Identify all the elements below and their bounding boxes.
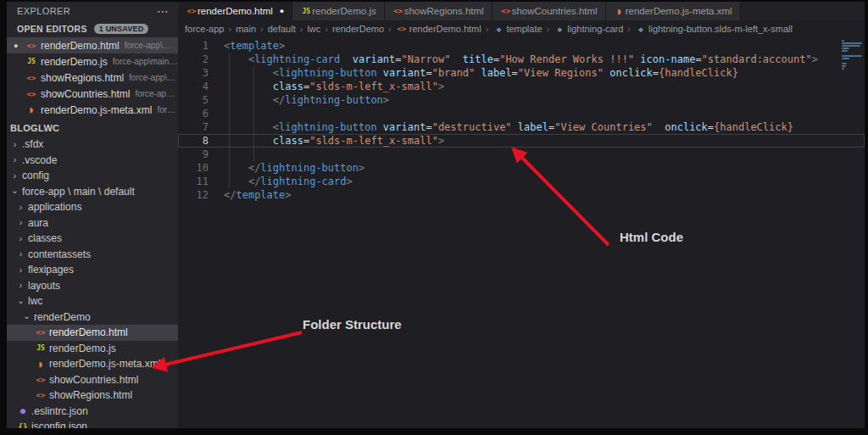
open-editor-renderDemo.html[interactable]: ●<>renderDemo.htmlforce-app\main...	[7, 37, 178, 53]
tree-item-flexipages[interactable]: ›flexipages	[7, 262, 178, 278]
code-token: "brand"	[432, 67, 476, 79]
code-editor[interactable]: 1<template>2 <lightning-card variant="Na…	[178, 37, 865, 428]
code-line-6[interactable]: 6	[178, 107, 865, 120]
open-editor-name: renderDemo.js-meta.xml	[41, 104, 152, 116]
breadcrumb-item-lightning-card[interactable]: ❖lightning-card	[554, 24, 623, 34]
minimap[interactable]	[842, 40, 862, 70]
chevron-down-icon: ⌄	[10, 186, 19, 195]
code-line-content: <lightning-card variant="Narrow" title="…	[224, 53, 818, 66]
tree-item-lwc[interactable]: ⌄lwc	[7, 293, 178, 310]
code-token: onclick	[665, 121, 708, 133]
tree-item-label: aura	[28, 217, 48, 229]
code-line-8[interactable]: 8 class="slds-m-left_x-small">	[178, 134, 865, 148]
tree-item-.sfdx[interactable]: ›.sfdx	[7, 137, 178, 153]
code-token: </	[248, 176, 260, 187]
xml-file-icon-oe: ◗	[25, 104, 37, 115]
code-line-4[interactable]: 4 class="slds-m-left_x-small">	[178, 80, 865, 93]
open-editors-header[interactable]: OPEN EDITORS 1 UNSAVED	[7, 20, 178, 37]
code-token: variant	[383, 121, 426, 133]
tab-renderDemo.html[interactable]: <>renderDemo.html●	[178, 2, 292, 20]
tree-item-renderDemo[interactable]: ⌄renderDemo	[7, 310, 178, 326]
code-line-3[interactable]: 3 <lightning-button variant="brand" labe…	[178, 66, 865, 80]
tree-item-layouts[interactable]: ›layouts	[7, 278, 178, 294]
breadcrumb-item-force-app[interactable]: force-app	[185, 24, 224, 34]
screenshot-frame: EXPLORER ⋯ OPEN EDITORS 1 UNSAVED ●<>ren…	[0, 0, 868, 435]
chevron-right-icon: ›	[10, 140, 19, 149]
tree-item-.vscode[interactable]: ›.vscode	[7, 153, 178, 169]
tree-item-renderDemo.js-meta.xml[interactable]: ◗renderDemo.js-meta.xml	[7, 356, 178, 372]
open-editor-renderDemo.js-meta.xml[interactable]: ◗renderDemo.js-meta.xmlforce-a...	[7, 102, 178, 118]
minimap-line	[842, 58, 849, 59]
tree-item-showRegions.html[interactable]: <>showRegions.html	[7, 388, 178, 404]
unsaved-dot-icon[interactable]: ●	[280, 7, 284, 15]
open-editor-showCountries.html[interactable]: <>showCountries.htmlforce-app\ma...	[7, 86, 178, 102]
line-number: 7	[178, 120, 224, 134]
tab-renderDemo.js-meta.xml[interactable]: ◗renderDemo.js-meta.xml	[606, 2, 741, 20]
tree-item-showCountries.html[interactable]: <>showCountries.html	[7, 372, 178, 388]
tree-item-contentassets[interactable]: ›contentassets	[7, 247, 178, 263]
tree-item-renderDemo.js[interactable]: JSrenderDemo.js	[7, 341, 178, 357]
more-actions-icon[interactable]: ⋯	[157, 4, 170, 18]
line-number: 8	[178, 134, 224, 148]
breadcrumb-item-template[interactable]: ❖template	[492, 24, 542, 34]
line-number: 9	[178, 148, 224, 161]
tab-label: renderDemo.js	[312, 6, 376, 16]
code-token: {handleClick}	[714, 121, 793, 133]
tree-item-renderDemo.html[interactable]: <>renderDemo.html	[7, 325, 178, 341]
open-editor-showRegions.html[interactable]: <>showRegions.htmlforce-app\mai...	[7, 70, 178, 86]
code-line-12[interactable]: 12</template>	[178, 188, 865, 202]
tab-showCountries.html[interactable]: <>showCountries.html	[492, 2, 606, 20]
workspace-root-header[interactable]: BLOGLWC	[7, 120, 178, 137]
open-editor-name: renderDemo.html	[41, 40, 120, 52]
breadcrumb-item-renderDemo[interactable]: renderDemo	[332, 24, 384, 34]
tab-showRegions.html[interactable]: <>showRegions.html	[385, 2, 492, 20]
tree-item-jsconfig.json[interactable]: {}jsconfig.json	[7, 419, 178, 428]
open-editor-name: renderDemo.js	[41, 56, 108, 68]
code-token: >	[812, 53, 818, 65]
html-file-icon-oe: <>	[25, 90, 37, 98]
xml-file-icon-tab: ◗	[614, 6, 626, 17]
code-line-2[interactable]: 2 <lightning-card variant="Narrow" title…	[178, 53, 865, 66]
tab-renderDemo.js[interactable]: JSrenderDemo.js	[292, 2, 384, 20]
code-line-7[interactable]: 7 <lightning-button variant="destructive…	[178, 120, 865, 134]
workspace-root-label: BLOGLWC	[10, 123, 59, 133]
tree-item-aura[interactable]: ›aura	[7, 215, 178, 231]
code-line-1[interactable]: 1<template>	[178, 39, 865, 53]
open-editor-name: showRegions.html	[41, 72, 124, 84]
code-token: </	[248, 162, 260, 174]
breadcrumb-item-renderDemo.html[interactable]: <>renderDemo.html	[396, 24, 481, 34]
code-token: =	[395, 53, 401, 65]
tree-item-force-app-main-default[interactable]: ⌄force-app \ main \ default	[7, 184, 178, 200]
code-token: lightning-button	[260, 162, 359, 174]
open-editor-path: force-a...	[157, 105, 178, 114]
code-line-5[interactable]: 5 </lightning-button>	[178, 93, 865, 107]
tree-item-config[interactable]: ›config	[7, 168, 178, 184]
tree-item-label: layouts	[28, 280, 60, 292]
breadcrumb-label: template	[506, 24, 542, 34]
line-number: 2	[178, 53, 224, 66]
code-token: =	[695, 53, 701, 65]
code-token: lightning-card	[254, 53, 340, 65]
code-line-content: </lightning-button>	[224, 93, 389, 107]
tree-item-.eslintrc.json[interactable]: ●.eslintrc.json	[7, 404, 178, 420]
minimap-line	[842, 63, 847, 64]
code-line-9[interactable]: 9	[178, 148, 865, 161]
tab-label: showCountries.html	[512, 6, 598, 16]
code-line-10[interactable]: 10 </lightning-button>	[178, 161, 865, 175]
json-file-icon-tree: {}	[17, 422, 29, 428]
tree-item-label: config	[22, 170, 49, 181]
tree-item-applications[interactable]: ›applications	[7, 199, 178, 215]
breadcrumb-item-default[interactable]: default	[268, 24, 296, 34]
code-line-11[interactable]: 11 </lightning-card>	[178, 175, 865, 188]
breadcrumb-separator-icon: ›	[627, 24, 631, 34]
code-token: "Narrow"	[402, 53, 451, 65]
breadcrumb-item-main[interactable]: main	[236, 24, 256, 34]
open-editor-renderDemo.js[interactable]: JSrenderDemo.jsforce-app\main\de...	[7, 53, 178, 70]
minimap-line	[842, 42, 862, 44]
tree-item-label: .eslintrc.json	[31, 405, 88, 417]
html-file-icon-tab: <>	[186, 7, 198, 15]
breadcrumb-item-lightning-button.slds-m-left-x-small[interactable]: ❖lightning-button.slds-m-left_x-small	[635, 24, 793, 34]
breadcrumb-item-lwc[interactable]: lwc	[307, 24, 320, 34]
tree-item-classes[interactable]: ›classes	[7, 231, 178, 247]
breadcrumb-separator-icon: ›	[260, 24, 264, 34]
